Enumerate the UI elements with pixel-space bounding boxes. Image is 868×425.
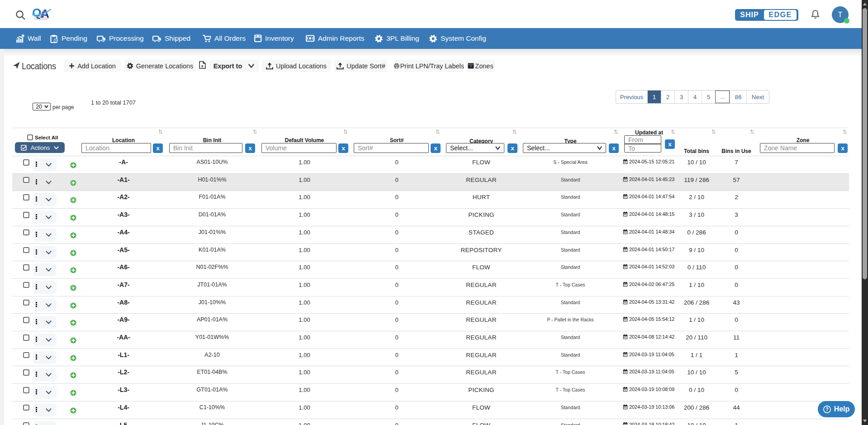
svg-text:?: ? [825, 406, 828, 412]
svg-text:Q: Q [32, 6, 41, 19]
svg-text:x: x [201, 64, 204, 68]
